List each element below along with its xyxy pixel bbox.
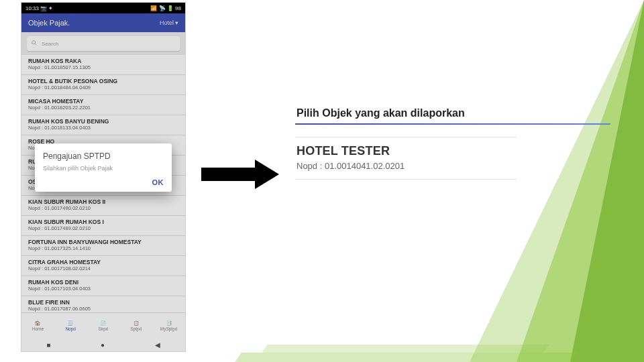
svg-point-0 bbox=[32, 41, 36, 44]
svg-line-1 bbox=[35, 44, 36, 45]
item-nopd: Nopd : 01.0017490.02.0210 bbox=[28, 205, 178, 211]
home-icon: 🏠 bbox=[35, 320, 40, 326]
item-nopd: Nopd : 01.0018133.04.0403 bbox=[28, 125, 178, 131]
filter-label: Hotel bbox=[160, 19, 174, 26]
instruction-callout: Pilih Objek yang akan dilaporkan HOTEL T… bbox=[295, 107, 610, 180]
list-item[interactable]: MICASA HOMESTAYNopd : 01.0018203.22.2201 bbox=[21, 95, 185, 115]
arrow-icon bbox=[201, 160, 282, 189]
item-name: RUMAH KOS BANYU BENING bbox=[28, 118, 178, 125]
item-name: HOTEL & BUTIK PESONA OSING bbox=[28, 78, 178, 84]
status-indicators: 📶 📡 🔋 98 bbox=[150, 5, 181, 11]
modal-title: Pengajuan SPTPD bbox=[43, 152, 164, 161]
search-placeholder: Search bbox=[42, 41, 58, 47]
status-time: 10:33 📷 ✦ bbox=[25, 5, 54, 11]
modal-pengajuan-sptpd: Pengajuan SPTPD Silahkan pilih Objek Paj… bbox=[35, 143, 172, 192]
example-nopd: Nopd : 01.0014041.02.0201 bbox=[297, 161, 517, 171]
item-name: FORTUNA INN BANYUWANGI HOMESTAY bbox=[28, 239, 178, 245]
list-item[interactable]: FORTUNA INN BANYUWANGI HOMESTAYNopd : 01… bbox=[21, 236, 185, 256]
item-name: RUMAH KOS RAKA bbox=[28, 58, 178, 64]
nav-label: Skpd bbox=[99, 326, 109, 331]
list-item[interactable]: RUMAH KOS BANYU BENINGNopd : 01.0018133.… bbox=[21, 115, 185, 135]
item-nopd: Nopd : 01.0017103.04.0403 bbox=[28, 286, 178, 292]
item-nopd: Nopd : 01.0018203.22.2201 bbox=[28, 105, 178, 111]
nav-nopd[interactable]: 🧾Nopd bbox=[54, 313, 87, 338]
instruction-title: Pilih Objek yang akan dilaporkan bbox=[295, 107, 610, 119]
home-button[interactable]: ● bbox=[101, 341, 105, 349]
doc-icon: 📄 bbox=[101, 320, 106, 326]
recent-apps-button[interactable]: ■ bbox=[46, 341, 50, 349]
nav-label: MySptpd bbox=[160, 326, 178, 331]
android-navbar: ■ ● ◀ bbox=[21, 338, 185, 351]
item-name: BLUE FIRE INN bbox=[28, 299, 178, 306]
ok-button[interactable]: OK bbox=[43, 178, 164, 186]
search-input[interactable]: Search bbox=[27, 36, 180, 51]
app-bar: Objek Pajak. Hotel ▾ bbox=[21, 13, 185, 32]
nav-mysptpd[interactable]: 📑MySptpd bbox=[152, 313, 185, 338]
page-title: Objek Pajak. bbox=[28, 19, 70, 27]
title-underline bbox=[295, 123, 610, 125]
item-name: CITRA GRAHA HOMESTAY bbox=[28, 259, 178, 265]
item-nopd: Nopd : 01.0017087.06.0605 bbox=[28, 306, 178, 312]
item-nopd: Nopd : 01.0017325.14.1410 bbox=[28, 245, 178, 251]
list-item[interactable]: CITRA GRAHA HOMESTAYNopd : 01.0017108.02… bbox=[21, 256, 185, 276]
back-button[interactable]: ◀ bbox=[155, 341, 160, 349]
nav-label: Sptpd bbox=[130, 326, 142, 331]
item-name: RUMAH KOS DENI bbox=[28, 279, 178, 286]
modal-subtitle: Silahkan pilih Objek Pajak bbox=[43, 165, 164, 172]
item-nopd: Nopd : 01.0018507.15.1305 bbox=[28, 64, 178, 70]
list-item[interactable]: RUMAH KOS RAKANopd : 01.0018507.15.1305 bbox=[21, 55, 185, 75]
status-bar: 10:33 📷 ✦ 📶 📡 🔋 98 bbox=[21, 3, 185, 13]
list-item[interactable]: KIAN SUBUR RUMAH KOS INopd : 01.0017489.… bbox=[21, 216, 185, 236]
item-nopd: Nopd : 01.0017489.02.0210 bbox=[28, 225, 178, 231]
list-item[interactable]: RUMAH KOS DENINopd : 01.0017103.04.0403 bbox=[21, 276, 185, 296]
nav-sptpd[interactable]: 📋Sptpd bbox=[119, 313, 152, 338]
my-icon: 📑 bbox=[166, 320, 172, 326]
nav-label: Nopd bbox=[65, 326, 76, 331]
list-icon: 🧾 bbox=[68, 320, 73, 326]
example-name: HOTEL TESTER bbox=[297, 144, 517, 158]
search-icon bbox=[31, 40, 38, 48]
list-item[interactable]: HOTEL & BUTIK PESONA OSINGNopd : 01.0018… bbox=[21, 75, 185, 95]
form-icon: 📋 bbox=[133, 320, 139, 326]
chevron-down-icon: ▾ bbox=[175, 19, 178, 26]
list-item[interactable]: KIAN SUBUR RUMAH KOS IINopd : 01.0017490… bbox=[21, 196, 185, 216]
item-name: MICASA HOMESTAY bbox=[28, 98, 178, 105]
item-nopd: Nopd : 01.0018484.04.0409 bbox=[28, 84, 178, 90]
example-item[interactable]: HOTEL TESTER Nopd : 01.0014041.02.0201 bbox=[295, 137, 517, 180]
nav-home[interactable]: 🏠Home bbox=[21, 313, 54, 338]
item-nopd: Nopd : 01.0017108.02.0214 bbox=[28, 265, 178, 272]
bottom-nav: 🏠Home 🧾Nopd 📄Skpd 📋Sptpd 📑MySptpd bbox=[21, 312, 185, 338]
item-name: KIAN SUBUR RUMAH KOS II bbox=[28, 198, 178, 205]
nav-skpd[interactable]: 📄Skpd bbox=[87, 313, 120, 338]
list-item[interactable]: BLUE FIRE INNNopd : 01.0017087.06.0605 bbox=[21, 296, 185, 312]
nav-label: Home bbox=[32, 326, 44, 331]
filter-dropdown[interactable]: Hotel ▾ bbox=[160, 19, 178, 26]
phone-screenshot: 10:33 📷 ✦ 📶 📡 🔋 98 Objek Pajak. Hotel ▾ … bbox=[21, 3, 185, 351]
item-name: KIAN SUBUR RUMAH KOS I bbox=[28, 219, 178, 225]
